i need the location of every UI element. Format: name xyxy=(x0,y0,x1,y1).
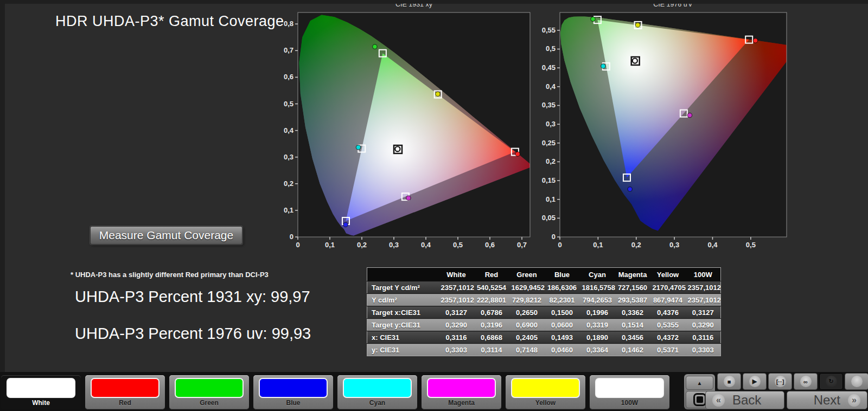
extra-measure-button[interactable] xyxy=(845,373,868,390)
measure-gamut-button[interactable]: Measure Gamut Coverage xyxy=(90,226,242,245)
svg-text:0,8: 0,8 xyxy=(284,20,293,28)
repeat-measure-button[interactable]: ↻ xyxy=(819,373,843,390)
back-button[interactable]: « Back xyxy=(705,391,784,409)
stop-measure-icon: ■ xyxy=(724,376,735,387)
table-cell: 0,1514 xyxy=(615,319,650,331)
svg-text:0,3: 0,3 xyxy=(389,241,399,249)
svg-text:0,6: 0,6 xyxy=(284,73,293,81)
svg-text:0,25: 0,25 xyxy=(542,139,556,147)
pattern-window-up-button[interactable]: ▲ xyxy=(686,376,713,390)
pattern-tile-yellow[interactable]: Yellow xyxy=(506,375,585,409)
table-cell: 0,1462 xyxy=(615,344,650,356)
table-cell: 2357,1012 xyxy=(686,281,721,294)
row-label: Target x:CIE31 xyxy=(367,306,439,319)
svg-text:0,15: 0,15 xyxy=(542,176,556,184)
chevron-left-icon: « xyxy=(712,394,725,407)
measure-series-icon: [··] xyxy=(775,376,786,387)
svg-text:0,7: 0,7 xyxy=(284,46,293,54)
svg-text:0,2: 0,2 xyxy=(631,241,641,249)
table-cell: 794,2653 xyxy=(580,294,615,306)
svg-text:0,5: 0,5 xyxy=(746,241,756,249)
table-cell: 0,3362 xyxy=(615,306,650,319)
table-cell: 0,3127 xyxy=(686,306,721,319)
svg-text:0,1: 0,1 xyxy=(284,206,293,214)
svg-text:0,4: 0,4 xyxy=(707,241,718,249)
row-label: Target Y cd/m² xyxy=(367,281,439,294)
pattern-tile-red[interactable]: Red xyxy=(85,375,165,409)
play-measure-icon: ▶ xyxy=(749,376,761,387)
color-swatch xyxy=(175,378,244,398)
col-header-white: White xyxy=(439,268,474,281)
svg-text:0,3: 0,3 xyxy=(669,241,679,249)
table-cell: 0,6900 xyxy=(509,319,545,331)
svg-text:0: 0 xyxy=(552,233,556,241)
results-table: WhiteRedGreenBlueCyanMagentaYellow100WTa… xyxy=(367,267,721,356)
table-cell: 0,3196 xyxy=(474,319,509,331)
endless-measure-icon: ∞ xyxy=(800,376,812,387)
pattern-tile-cyan[interactable]: Cyan xyxy=(337,375,417,409)
table-row: Y cd/m²2357,1012222,8801729,821282,23017… xyxy=(367,294,721,306)
col-header-100w: 100W xyxy=(686,268,721,281)
svg-text:0,1: 0,1 xyxy=(593,241,603,249)
pattern-tile-green[interactable]: Green xyxy=(169,375,249,409)
table-cell: 0,4376 xyxy=(650,306,686,319)
measured-dot-green xyxy=(591,17,595,21)
back-button-label: Back xyxy=(732,393,774,408)
svg-text:0: 0 xyxy=(296,241,299,249)
table-cell: 0,3290 xyxy=(686,319,721,331)
col-header-cyan: Cyan xyxy=(580,268,615,281)
measure-series-button[interactable]: [··] xyxy=(768,373,792,390)
table-cell: 2357,1012 xyxy=(686,294,721,306)
measured-dot-red xyxy=(515,152,520,156)
table-cell: 0,7148 xyxy=(509,344,545,356)
pattern-tile-magenta[interactable]: Magenta xyxy=(422,375,501,409)
table-cell: 0,3116 xyxy=(439,331,474,344)
pattern-tile-100w[interactable]: 100W xyxy=(590,375,669,409)
table-cell: 0,3290 xyxy=(439,319,474,331)
pattern-tile-label: Cyan xyxy=(337,399,417,407)
table-cell: 729,8212 xyxy=(509,294,545,306)
table-row: Target Y cd/m²2357,1012540,52541629,9452… xyxy=(367,281,721,294)
svg-text:0,7: 0,7 xyxy=(517,241,527,249)
color-swatch xyxy=(7,378,75,398)
cie-1976-chart-title: CIE 1976 u'v' xyxy=(560,0,787,9)
svg-text:0,3: 0,3 xyxy=(284,153,293,161)
table-cell: 0,1996 xyxy=(580,306,615,319)
svg-text:0,6: 0,6 xyxy=(485,241,495,249)
table-cell: 1629,9452 xyxy=(509,281,545,294)
svg-text:0,5: 0,5 xyxy=(546,44,556,53)
table-cell: 0,0600 xyxy=(545,319,580,331)
next-button[interactable]: Next » xyxy=(787,391,867,409)
table-cell: 540,5254 xyxy=(474,281,509,294)
measure-transport-buttons: ■▶[··]∞↻ xyxy=(717,373,868,390)
svg-text:0,5: 0,5 xyxy=(284,100,293,108)
pattern-tile-blue[interactable]: Blue xyxy=(253,375,333,409)
table-cell: 0,1890 xyxy=(580,331,615,344)
table-cell: 0,3127 xyxy=(439,306,474,319)
col-header-green: Green xyxy=(509,268,545,281)
play-measure-button[interactable]: ▶ xyxy=(743,373,767,390)
color-swatch xyxy=(259,378,328,398)
row-label: x: CIE31 xyxy=(367,331,439,344)
table-cell: 0,2650 xyxy=(509,306,545,319)
svg-text:0,05: 0,05 xyxy=(542,214,556,222)
footnote-text: * UHDA-P3 has a slightly different Red p… xyxy=(71,271,269,279)
table-cell: 0,4372 xyxy=(650,331,686,344)
table-cell: 293,5387 xyxy=(615,294,650,306)
table-row: y: CIE310,33030,31140,71480,04600,33640,… xyxy=(367,344,721,356)
col-header-yellow: Yellow xyxy=(650,268,686,281)
table-cell: 0,3303 xyxy=(686,344,721,356)
table-cell: 0,3114 xyxy=(474,344,509,356)
svg-text:0,5: 0,5 xyxy=(453,241,463,249)
measured-dot-red xyxy=(753,38,757,43)
col-header-blue: Blue xyxy=(545,268,580,281)
measured-dot-magenta xyxy=(406,196,411,200)
svg-text:0,1: 0,1 xyxy=(546,195,556,203)
endless-measure-button[interactable]: ∞ xyxy=(794,373,818,390)
pattern-tile-white[interactable]: White xyxy=(1,375,81,409)
measured-dot-green xyxy=(373,44,377,49)
stop-measure-button[interactable]: ■ xyxy=(717,373,741,390)
table-cell: 0,3116 xyxy=(686,331,721,344)
measured-dot-blue xyxy=(628,187,632,191)
color-swatch xyxy=(511,378,580,398)
